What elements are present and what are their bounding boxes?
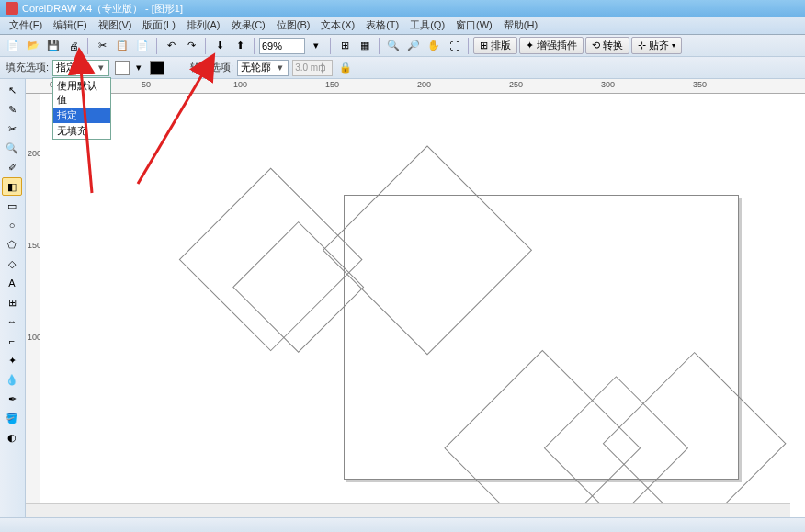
- menu-table[interactable]: 表格(T): [360, 17, 404, 34]
- dimension-tool[interactable]: ↔: [2, 312, 22, 331]
- basic-shapes-tool[interactable]: ◇: [2, 255, 22, 273]
- fill-color2-button[interactable]: [150, 61, 164, 75]
- vertical-ruler[interactable]: 200 150 100: [26, 94, 40, 517]
- svg-rect-0: [179, 168, 361, 350]
- paste-icon[interactable]: 📄: [133, 37, 152, 55]
- snap-button[interactable]: ⊹贴齐▾: [631, 37, 682, 54]
- menu-file[interactable]: 文件(F): [4, 17, 48, 34]
- menu-effects[interactable]: 效果(C): [226, 17, 271, 34]
- pick-tool[interactable]: ↖: [2, 81, 22, 99]
- menu-view[interactable]: 视图(V): [93, 17, 138, 34]
- smart-fill-tool[interactable]: ◧: [2, 177, 22, 196]
- drawing-canvas[interactable]: [40, 94, 805, 517]
- color-dropdown-icon[interactable]: ▾: [133, 59, 144, 77]
- new-icon[interactable]: 📄: [4, 37, 22, 55]
- fill-value: 指定: [56, 61, 76, 74]
- menu-arrange[interactable]: 排列(A): [181, 17, 226, 34]
- polygon-tool[interactable]: ⬠: [2, 235, 22, 254]
- canvas-area: 0 50 100 150 200 250 300 350 200 150 100: [26, 79, 805, 517]
- chevron-down-icon: ▾: [96, 62, 107, 74]
- title-bar: CorelDRAW X4（专业版） - [图形1]: [0, 0, 805, 17]
- freehand-tool[interactable]: ✐: [2, 158, 22, 176]
- fill-option-default[interactable]: 使用默认值: [53, 78, 110, 108]
- window-title: CorelDRAW X4（专业版） - [图形1]: [22, 2, 183, 16]
- status-bar: [0, 517, 805, 532]
- menu-window[interactable]: 窗口(W): [450, 17, 498, 34]
- outline-options-label: 轮廓选项:: [190, 61, 233, 74]
- table-tool[interactable]: ⊞: [2, 293, 22, 311]
- cut-icon[interactable]: ✂: [93, 37, 111, 55]
- grid-icon[interactable]: ▦: [356, 37, 374, 55]
- eyedropper-tool[interactable]: 💧: [2, 370, 22, 389]
- outline-value: 无轮廓: [241, 61, 271, 74]
- save-icon[interactable]: 💾: [44, 37, 62, 55]
- fill-option-none[interactable]: 无填充: [53, 123, 110, 139]
- interactive-tool[interactable]: ✦: [2, 351, 22, 369]
- undo-icon[interactable]: ↶: [162, 37, 180, 55]
- menu-help[interactable]: 帮助(H): [498, 17, 543, 34]
- crop-tool[interactable]: ✂: [2, 119, 22, 138]
- interactive-fill-tool[interactable]: ◐: [2, 428, 22, 447]
- fit-icon[interactable]: ⛶: [445, 37, 463, 55]
- menu-text[interactable]: 文本(X): [315, 17, 360, 34]
- zoom-tool[interactable]: 🔍: [2, 139, 22, 157]
- open-icon[interactable]: 📂: [24, 37, 42, 55]
- menu-edit[interactable]: 编辑(E): [48, 17, 93, 34]
- copy-icon[interactable]: 📋: [113, 37, 131, 55]
- convert-button[interactable]: ⟲转换: [585, 37, 629, 54]
- snap-icon[interactable]: ⊞: [335, 37, 354, 55]
- layout-button[interactable]: ⊞排版: [473, 37, 517, 54]
- menu-bitmap[interactable]: 位图(B): [271, 17, 316, 34]
- zoom-dropdown-icon[interactable]: ▾: [307, 37, 325, 55]
- text-tool[interactable]: A: [2, 274, 22, 292]
- outline-tool[interactable]: ✒: [2, 390, 22, 408]
- hand-icon[interactable]: ✋: [425, 37, 443, 55]
- fill-options-dropdown[interactable]: 指定 ▾ 使用默认值 指定 无填充: [52, 60, 109, 76]
- page: [344, 195, 739, 480]
- horizontal-scrollbar[interactable]: [26, 503, 790, 517]
- plugin-button[interactable]: ✦增强插件: [519, 37, 584, 54]
- import-icon[interactable]: ⬇: [210, 37, 229, 55]
- redo-icon[interactable]: ↷: [182, 37, 200, 55]
- shape-tool[interactable]: ✎: [2, 100, 22, 119]
- zoom-input[interactable]: [259, 38, 305, 54]
- menubar: 文件(F) 编辑(E) 视图(V) 版面(L) 排列(A) 效果(C) 位图(B…: [0, 17, 805, 35]
- lock-icon[interactable]: 🔒: [336, 59, 355, 77]
- app-icon: [6, 2, 18, 15]
- fill-option-specify[interactable]: 指定: [53, 108, 110, 123]
- fill-dropdown-menu: 使用默认值 指定 无填充: [52, 77, 111, 140]
- fill-options-label: 填充选项:: [6, 61, 49, 74]
- ellipse-tool[interactable]: ○: [2, 216, 22, 234]
- zoom-out-icon[interactable]: 🔎: [404, 37, 423, 55]
- horizontal-ruler[interactable]: 0 50 100 150 200 250 300 350: [40, 79, 805, 94]
- property-toolbar: 填充选项: 指定 ▾ 使用默认值 指定 无填充 ▾ 轮廓选项: 无轮廓 ▾ 3.…: [0, 57, 805, 79]
- standard-toolbar: 📄 📂 💾 🖨 ✂ 📋 📄 ↶ ↷ ⬇ ⬆ ▾ ⊞ ▦ 🔍 🔎 ✋ ⛶ ⊞排版 …: [0, 35, 805, 57]
- fill-tool[interactable]: 🪣: [2, 409, 22, 427]
- rectangle-tool[interactable]: ▭: [2, 197, 22, 215]
- outline-options-dropdown[interactable]: 无轮廓 ▾: [237, 60, 289, 76]
- menu-tools[interactable]: 工具(Q): [404, 17, 450, 34]
- zoom-in-icon[interactable]: 🔍: [384, 37, 402, 55]
- export-icon[interactable]: ⬆: [231, 37, 249, 55]
- ruler-origin[interactable]: [26, 79, 40, 94]
- menu-layout[interactable]: 版面(L): [137, 17, 180, 34]
- toolbox: ↖ ✎ ✂ 🔍 ✐ ◧ ▭ ○ ⬠ ◇ A ⊞ ↔ ⌐ ✦ 💧 ✒ 🪣 ◐: [0, 79, 26, 517]
- print-icon[interactable]: 🖨: [64, 37, 83, 55]
- fill-color-button[interactable]: [115, 61, 130, 75]
- chevron-down-icon: ▾: [275, 62, 286, 74]
- connector-tool[interactable]: ⌐: [2, 332, 22, 350]
- outline-width-input[interactable]: 3.0 mm ▴▾: [292, 60, 333, 76]
